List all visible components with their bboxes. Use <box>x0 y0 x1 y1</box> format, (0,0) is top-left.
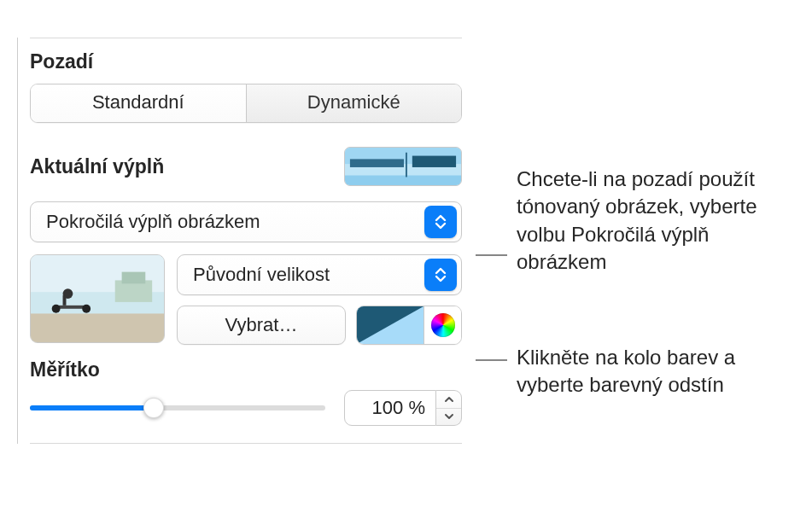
divider <box>30 38 462 38</box>
tab-standard[interactable]: Standardní <box>31 84 246 122</box>
callout-line <box>476 359 507 361</box>
scale-slider[interactable] <box>30 396 325 420</box>
chevron-up-down-icon <box>424 259 457 291</box>
svg-rect-11 <box>122 272 146 284</box>
current-fill-label: Aktuální výplň <box>30 155 164 178</box>
tint-color-swatch <box>357 306 424 344</box>
callout-text: Chcete-li na pozadí použít tónovaný obrá… <box>517 166 800 277</box>
fill-type-popup[interactable]: Pokročilá výplň obrázkem <box>30 201 462 242</box>
svg-rect-9 <box>31 314 164 342</box>
svg-rect-13 <box>63 295 67 306</box>
svg-rect-14 <box>56 306 87 309</box>
scale-value-field: 100 % <box>344 390 462 426</box>
scale-input[interactable]: 100 % <box>344 390 436 426</box>
color-wheel-button[interactable] <box>424 306 461 344</box>
choose-image-button[interactable]: Vybrat… <box>177 306 346 345</box>
stepper-up[interactable] <box>436 391 461 408</box>
choose-image-label: Vybrat… <box>225 314 298 336</box>
callout-line <box>476 254 507 256</box>
inspector-panel: Pozadí Standardní Dynamické Aktuální výp… <box>17 38 474 444</box>
color-wheel-icon <box>431 313 455 337</box>
divider <box>30 443 462 444</box>
svg-point-15 <box>52 305 61 313</box>
image-scaling-popup[interactable]: Původní velikost <box>177 254 462 295</box>
background-mode-segmented: Standardní Dynamické <box>30 84 462 123</box>
chevron-up-down-icon <box>424 206 457 238</box>
scale-label: Měřítko <box>30 358 462 381</box>
scale-stepper <box>436 390 462 426</box>
fill-type-value: Pokročilá výplň obrázkem <box>31 211 420 233</box>
current-fill-thumbnail[interactable] <box>344 147 462 186</box>
stepper-down[interactable] <box>436 408 461 426</box>
svg-rect-2 <box>350 159 404 167</box>
image-scaling-value: Původní velikost <box>178 264 420 286</box>
scale-value-text: 100 % <box>372 397 425 419</box>
svg-rect-3 <box>412 156 456 167</box>
callout-text: Klikněte na kolo barev a vyberte barevný… <box>517 344 807 399</box>
image-thumbnail[interactable] <box>30 254 165 343</box>
svg-rect-5 <box>406 153 407 178</box>
tab-dynamic[interactable]: Dynamické <box>246 84 462 122</box>
svg-point-16 <box>82 305 91 313</box>
tint-color-well[interactable] <box>356 306 462 345</box>
current-fill-row: Aktuální výplň <box>30 147 462 186</box>
section-title-background: Pozadí <box>30 50 462 73</box>
svg-rect-4 <box>345 176 461 185</box>
